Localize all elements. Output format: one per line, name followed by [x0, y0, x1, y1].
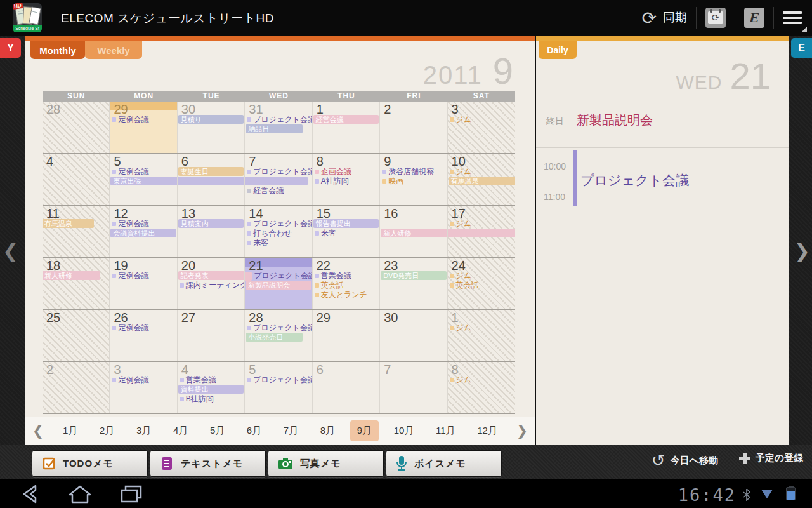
- timed-event-title[interactable]: プロジェクト会議: [580, 171, 689, 189]
- timed-event-block[interactable]: 10:00 11:00 プロジェクト会議: [536, 147, 789, 210]
- back-button[interactable]: [14, 483, 47, 505]
- event[interactable]: 資料提出: [178, 385, 244, 394]
- event[interactable]: 有馬温泉: [449, 177, 515, 185]
- month-item-8[interactable]: 8月: [313, 420, 342, 441]
- prev-page-arrow[interactable]: ❮: [3, 240, 18, 262]
- go-to-today-button[interactable]: ↺ 今日へ移動: [652, 452, 718, 469]
- event[interactable]: 映画: [380, 177, 447, 186]
- tab-y[interactable]: Y: [0, 38, 21, 58]
- day-cell-19[interactable]: 19定例会議: [110, 258, 177, 309]
- day-cell-18[interactable]: 18新人研修: [43, 258, 110, 309]
- day-cell-26[interactable]: 26定例会議: [110, 310, 177, 361]
- sync-icon[interactable]: ⟳: [642, 8, 657, 29]
- menu-icon[interactable]: [783, 7, 804, 29]
- day-cell-13[interactable]: 13見積案内: [178, 206, 245, 257]
- day-cell-2[interactable]: 2: [43, 362, 110, 413]
- event[interactable]: 会議資料提出: [110, 229, 176, 237]
- add-schedule-button[interactable]: 予定の登録: [739, 452, 803, 464]
- day-cell-1[interactable]: 1ジム: [448, 310, 515, 361]
- day-cell-31[interactable]: 31プロジェクト会議納品日: [245, 102, 312, 153]
- day-cell-24[interactable]: 24ジム英会話: [448, 258, 515, 309]
- event[interactable]: 打ち合わせ: [245, 229, 311, 238]
- tab-weekly[interactable]: Weekly: [85, 41, 142, 59]
- event[interactable]: 納品日: [246, 124, 303, 133]
- day-cell-30[interactable]: 30: [380, 310, 447, 361]
- event[interactable]: A社訪問: [313, 177, 379, 186]
- text-memo-button[interactable]: テキストメモ: [150, 450, 266, 477]
- month-item-5[interactable]: 5月: [203, 420, 232, 441]
- recent-apps-button[interactable]: [114, 483, 147, 505]
- day-cell-3[interactable]: 3定例会議: [110, 362, 177, 413]
- allday-event[interactable]: 新製品説明会: [577, 112, 653, 129]
- month-item-1[interactable]: 1月: [56, 420, 84, 441]
- calendar-sync-icon[interactable]: ⟳: [705, 8, 726, 28]
- day-cell-9[interactable]: 9渋谷店舗視察映画: [380, 154, 447, 205]
- day-cell-15[interactable]: 15報告書提出来客: [313, 206, 380, 257]
- event[interactable]: 来客: [313, 229, 379, 238]
- day-cell-6[interactable]: 6: [313, 362, 380, 413]
- month-item-4[interactable]: 4月: [166, 420, 195, 441]
- month-item-10[interactable]: 10月: [387, 420, 421, 441]
- day-cell-4[interactable]: 4: [43, 154, 110, 205]
- event[interactable]: 新製品説明会: [246, 281, 311, 290]
- voice-memo-button[interactable]: ボイスメモ: [386, 450, 502, 477]
- clock[interactable]: 16:42: [678, 485, 736, 505]
- day-cell-21[interactable]: 21プロジェクト会議新製品説明会: [245, 258, 312, 309]
- event[interactable]: 英会話: [448, 281, 515, 290]
- event[interactable]: 経営会議: [245, 186, 311, 196]
- month-item-6[interactable]: 6月: [240, 420, 268, 441]
- event[interactable]: [178, 177, 245, 185]
- prev-month-arrow[interactable]: ❮: [25, 423, 51, 439]
- event[interactable]: 友人とランチ: [313, 290, 379, 300]
- event[interactable]: 英会話: [313, 281, 379, 290]
- photo-memo-button[interactable]: 写真メモ: [268, 450, 384, 477]
- event[interactable]: B社訪問: [178, 394, 244, 404]
- tab-monthly[interactable]: Monthly: [30, 41, 85, 59]
- day-cell-3[interactable]: 3ジム: [448, 102, 515, 153]
- event[interactable]: 課内ミーティング: [178, 281, 244, 290]
- event[interactable]: 新人研修: [381, 229, 447, 237]
- month-item-2[interactable]: 2月: [93, 420, 121, 441]
- home-button[interactable]: [63, 483, 96, 505]
- day-cell-17[interactable]: 17ジム: [448, 206, 515, 257]
- day-cell-16[interactable]: 16新人研修: [380, 206, 447, 257]
- day-cell-1[interactable]: 1経営会議: [313, 102, 380, 153]
- day-cell-10[interactable]: 10ジム有馬温泉: [448, 154, 515, 205]
- day-cell-20[interactable]: 20記者発表課内ミーティング: [178, 258, 245, 309]
- day-cell-28[interactable]: 28: [43, 102, 110, 153]
- month-item-9[interactable]: 9月: [350, 420, 379, 441]
- day-cell-7[interactable]: 7: [380, 362, 447, 413]
- month-item-11[interactable]: 11月: [429, 420, 462, 441]
- month-item-12[interactable]: 12月: [470, 420, 504, 441]
- day-cell-6[interactable]: 6妻誕生日: [178, 154, 245, 205]
- day-cell-14[interactable]: 14プロジェクト会議打ち合わせ来客: [245, 206, 312, 257]
- event[interactable]: 小説発売日: [246, 333, 303, 342]
- day-cell-5[interactable]: 5プロジェクト会議: [245, 362, 312, 413]
- elecom-logo-icon[interactable]: E: [744, 8, 764, 28]
- event[interactable]: [448, 229, 515, 237]
- sync-button[interactable]: 同期: [663, 10, 687, 26]
- day-cell-23[interactable]: 23DVD発売日: [380, 258, 447, 309]
- day-cell-7[interactable]: 7プロジェクト会議経営会議: [245, 154, 312, 205]
- tab-e[interactable]: E: [791, 38, 812, 58]
- day-cell-30[interactable]: 30見積り: [178, 102, 245, 153]
- day-cell-11[interactable]: 11有馬温泉: [43, 206, 110, 257]
- month-item-7[interactable]: 7月: [277, 420, 305, 441]
- day-cell-29[interactable]: 29: [313, 310, 380, 361]
- day-cell-27[interactable]: 27: [178, 310, 245, 361]
- day-cell-8[interactable]: 8企画会議A社訪問: [313, 154, 380, 205]
- next-page-arrow[interactable]: ❯: [794, 240, 810, 262]
- day-cell-8[interactable]: 8ジム: [448, 362, 515, 413]
- day-cell-12[interactable]: 12定例会議会議資料提出: [110, 206, 177, 257]
- next-month-arrow[interactable]: ❯: [509, 423, 535, 439]
- day-cell-2[interactable]: 2: [380, 102, 447, 153]
- day-cell-25[interactable]: 25: [43, 310, 110, 361]
- day-cell-28[interactable]: 28プロジェクト会議小説発売日: [245, 310, 312, 361]
- day-cell-29[interactable]: 29定例会議: [110, 102, 177, 153]
- month-item-3[interactable]: 3月: [129, 420, 158, 441]
- allday-row[interactable]: 終日 新製品説明会: [536, 110, 789, 147]
- event[interactable]: [245, 177, 308, 185]
- event[interactable]: 東京出張: [110, 177, 177, 185]
- day-cell-22[interactable]: 22営業会議英会話友人とランチ: [313, 258, 380, 309]
- day-cell-4[interactable]: 4営業会議資料提出B社訪問: [178, 362, 245, 413]
